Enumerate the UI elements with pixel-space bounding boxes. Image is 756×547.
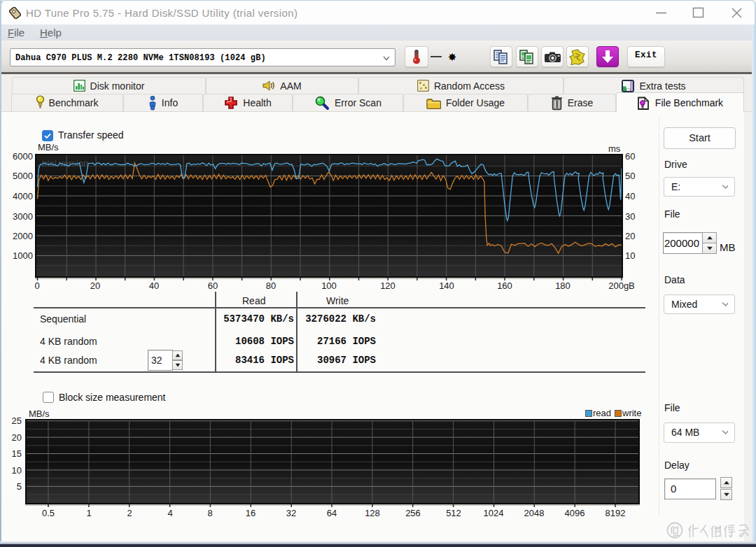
svg-text:trial version: trial version xyxy=(42,158,88,169)
svg-text:✸: ✸ xyxy=(448,52,457,63)
